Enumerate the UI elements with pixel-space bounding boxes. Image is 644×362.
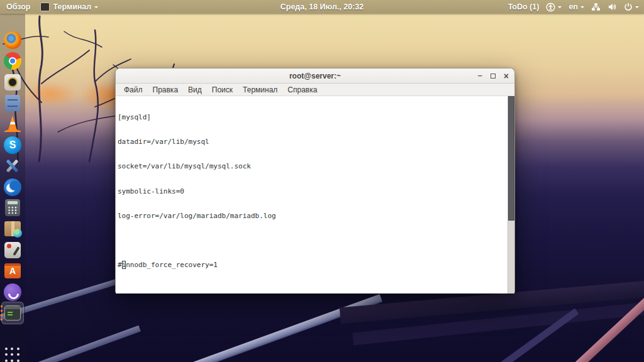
- scrollbar-thumb[interactable]: [508, 96, 514, 221]
- close-button[interactable]: ×: [504, 72, 509, 80]
- skype-icon: S: [4, 136, 21, 154]
- app-menu-label: Терминал: [53, 3, 91, 11]
- terminal-line: socket=/var/lib/mysql/mysql.sock: [118, 162, 506, 170]
- skype-letter: S: [9, 140, 16, 151]
- cursor-line-pre: #: [118, 261, 122, 269]
- firefox-icon: [4, 31, 21, 49]
- launcher-item-viber[interactable]: [4, 283, 21, 301]
- cursor-line-post: nnodb_force_recovery=1: [126, 261, 218, 269]
- media-player-icon: [4, 74, 21, 90]
- overview-button[interactable]: Обзор: [6, 3, 30, 11]
- menu-terminal[interactable]: Терминал: [238, 85, 282, 94]
- software-store-icon: A: [4, 263, 21, 278]
- clock-indicator[interactable]: Среда, 18 Июл., 20:32: [280, 0, 364, 14]
- clock-label: Среда, 18 Июл., 20:32: [280, 3, 364, 11]
- menu-view[interactable]: Вид: [183, 85, 207, 94]
- running-pip: [1, 305, 3, 307]
- accessibility-menu[interactable]: [546, 3, 562, 12]
- terminal-icon: [4, 305, 21, 321]
- terminal-line: [118, 285, 506, 293]
- terminal-mini-icon: [40, 3, 50, 11]
- running-pip: [1, 319, 3, 321]
- launcher-item-system-tools[interactable]: [4, 157, 21, 175]
- chevron-down-icon: [94, 6, 98, 10]
- viber-icon: [4, 283, 21, 301]
- launcher-item-skype[interactable]: S: [4, 136, 21, 154]
- scrollbar[interactable]: [508, 96, 514, 293]
- volume-icon: [608, 3, 617, 11]
- menu-file[interactable]: Файл: [119, 85, 148, 94]
- menu-search[interactable]: Поиск: [207, 85, 238, 94]
- keyboard-layout-label: en: [569, 3, 578, 11]
- top-panel: Обзор Терминал Среда, 18 Июл., 20:32 ToD…: [0, 0, 644, 14]
- desktop: Обзор Терминал Среда, 18 Июл., 20:32 ToD…: [0, 0, 644, 362]
- tools-icon: [4, 157, 21, 175]
- chevron-down-icon: [635, 6, 639, 10]
- thunderbird-icon: [4, 178, 21, 196]
- launcher-item-media-player[interactable]: [4, 74, 21, 91]
- terminal-line: [mysqld]: [118, 113, 506, 121]
- vlc-cone-icon: [4, 116, 21, 132]
- volume-indicator[interactable]: [608, 3, 617, 11]
- launcher-item-software-store[interactable]: A: [4, 262, 21, 280]
- launcher-item-package-manager[interactable]: [4, 220, 21, 238]
- minimize-button[interactable]: –: [478, 71, 482, 79]
- store-letter: A: [9, 266, 16, 276]
- menu-help[interactable]: Справка: [282, 85, 322, 94]
- keyboard-layout-menu[interactable]: en: [569, 3, 584, 11]
- chevron-down-icon: [580, 6, 584, 10]
- terminal-line: log-error=/var/log/mariadb/mariadb.log: [118, 212, 506, 220]
- launcher-item-vlc[interactable]: [4, 115, 21, 133]
- terminal-line: datadir=/var/lib/mysql: [118, 138, 506, 146]
- launcher-item-calculator[interactable]: [4, 199, 21, 217]
- chevron-down-icon: [558, 6, 562, 10]
- window-title: root@server:~: [289, 72, 341, 80]
- running-pip: [1, 314, 3, 316]
- todo-indicator[interactable]: ToDo (1): [508, 3, 540, 11]
- terminal-line-cursor: #innodb_force_recovery=1: [118, 261, 506, 269]
- terminal-content[interactable]: [mysqld] datadir=/var/lib/mysql socket=/…: [116, 96, 514, 293]
- maximize-button[interactable]: [491, 74, 496, 79]
- accessibility-icon: [546, 3, 555, 12]
- package-globe-icon: [4, 221, 21, 236]
- window-titlebar[interactable]: root@server:~ – ×: [116, 69, 514, 84]
- calculator-icon: [5, 199, 20, 216]
- power-icon: [624, 3, 633, 11]
- terminal-line: [118, 236, 506, 244]
- running-pip: [1, 310, 3, 312]
- launcher-item-firefox[interactable]: [4, 31, 21, 49]
- network-indicator[interactable]: [591, 3, 601, 11]
- window-menubar: Файл Правка Вид Поиск Терминал Справка: [116, 84, 514, 96]
- chrome-icon: [4, 52, 21, 70]
- show-apps-button[interactable]: [5, 348, 20, 362]
- app-menu[interactable]: Терминал: [40, 3, 98, 11]
- launcher-item-switch-app[interactable]: [4, 241, 21, 259]
- file-cabinet-icon: [5, 95, 20, 111]
- session-menu[interactable]: [624, 3, 639, 11]
- launcher-item-terminal[interactable]: [4, 304, 21, 322]
- network-icon: [591, 3, 601, 11]
- lever-switch-icon: [4, 242, 21, 258]
- menu-edit[interactable]: Правка: [148, 85, 184, 94]
- launcher-dock: S A: [0, 14, 25, 362]
- launcher-item-chrome[interactable]: [4, 52, 21, 70]
- launcher-item-file-cabinet[interactable]: [4, 94, 21, 112]
- launcher-item-thunderbird[interactable]: [4, 178, 21, 196]
- terminal-line: symbolic-links=0: [118, 187, 506, 195]
- terminal-window: root@server:~ – × Файл Правка Вид Поиск …: [115, 68, 515, 292]
